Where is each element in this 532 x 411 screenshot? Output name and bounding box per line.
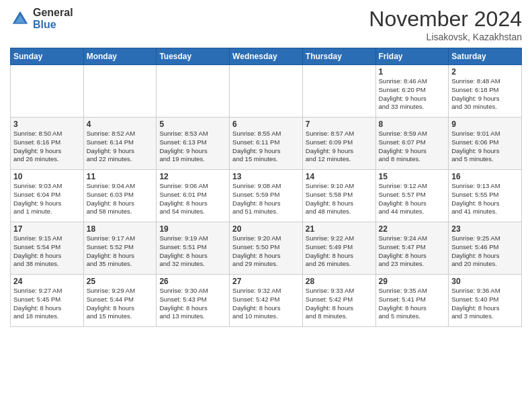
- day-info: Sunrise: 8:52 AM Sunset: 6:14 PM Dayligh…: [87, 130, 154, 164]
- day-info: Sunrise: 9:12 AM Sunset: 5:57 PM Dayligh…: [379, 182, 446, 216]
- calendar-cell: 11Sunrise: 9:04 AM Sunset: 6:03 PM Dayli…: [83, 170, 157, 222]
- calendar-week-row: 10Sunrise: 9:03 AM Sunset: 6:04 PM Dayli…: [11, 170, 522, 222]
- calendar-cell: 20Sunrise: 9:20 AM Sunset: 5:50 PM Dayli…: [230, 222, 303, 275]
- day-number: 18: [87, 224, 154, 234]
- calendar-cell: 25Sunrise: 9:29 AM Sunset: 5:44 PM Dayli…: [83, 275, 157, 327]
- day-info: Sunrise: 9:35 AM Sunset: 5:41 PM Dayligh…: [379, 287, 446, 321]
- weekday-header: Saturday: [449, 48, 522, 65]
- calendar-cell: 17Sunrise: 9:15 AM Sunset: 5:54 PM Dayli…: [11, 222, 84, 275]
- calendar-week-row: 3Sunrise: 8:50 AM Sunset: 6:16 PM Daylig…: [11, 118, 522, 170]
- calendar-cell: 5Sunrise: 8:53 AM Sunset: 6:13 PM Daylig…: [157, 118, 230, 170]
- weekday-header: Tuesday: [157, 48, 230, 65]
- logo-general-text: General: [33, 7, 73, 19]
- calendar-cell: 18Sunrise: 9:17 AM Sunset: 5:52 PM Dayli…: [83, 222, 157, 275]
- day-info: Sunrise: 9:30 AM Sunset: 5:43 PM Dayligh…: [159, 287, 226, 321]
- day-number: 28: [306, 277, 373, 286]
- day-info: Sunrise: 9:33 AM Sunset: 5:42 PM Dayligh…: [306, 287, 373, 321]
- title-section: November 2024 Lisakovsk, Kazakhstan: [369, 7, 522, 42]
- weekday-header: Sunday: [11, 48, 84, 65]
- day-info: Sunrise: 9:22 AM Sunset: 5:49 PM Dayligh…: [306, 234, 373, 269]
- day-info: Sunrise: 9:17 AM Sunset: 5:52 PM Dayligh…: [87, 234, 154, 269]
- calendar-cell: 6Sunrise: 8:55 AM Sunset: 6:11 PM Daylig…: [230, 118, 303, 170]
- day-info: Sunrise: 9:13 AM Sunset: 5:55 PM Dayligh…: [451, 182, 519, 216]
- day-number: 8: [379, 120, 446, 129]
- day-number: 5: [159, 120, 226, 129]
- calendar-cell: 27Sunrise: 9:32 AM Sunset: 5:42 PM Dayli…: [230, 275, 303, 327]
- calendar-cell: 14Sunrise: 9:10 AM Sunset: 5:58 PM Dayli…: [302, 170, 375, 222]
- day-info: Sunrise: 9:10 AM Sunset: 5:58 PM Dayligh…: [306, 182, 373, 216]
- weekday-header: Thursday: [302, 48, 375, 65]
- day-number: 15: [379, 172, 446, 181]
- calendar-cell: 2Sunrise: 8:48 AM Sunset: 6:18 PM Daylig…: [449, 65, 522, 118]
- calendar-cell: 16Sunrise: 9:13 AM Sunset: 5:55 PM Dayli…: [449, 170, 522, 222]
- day-number: 12: [159, 172, 226, 181]
- day-info: Sunrise: 9:01 AM Sunset: 6:06 PM Dayligh…: [451, 130, 519, 164]
- calendar-cell: 10Sunrise: 9:03 AM Sunset: 6:04 PM Dayli…: [11, 170, 84, 222]
- day-info: Sunrise: 8:55 AM Sunset: 6:11 PM Dayligh…: [232, 130, 300, 164]
- calendar-cell: 26Sunrise: 9:30 AM Sunset: 5:43 PM Dayli…: [157, 275, 230, 327]
- day-number: 22: [379, 224, 446, 234]
- day-info: Sunrise: 9:20 AM Sunset: 5:50 PM Dayligh…: [232, 234, 300, 269]
- day-number: 27: [232, 277, 300, 286]
- weekday-header: Monday: [83, 48, 157, 65]
- day-info: Sunrise: 9:15 AM Sunset: 5:54 PM Dayligh…: [13, 234, 81, 269]
- header: General Blue November 2024 Lisakovsk, Ka…: [10, 7, 522, 42]
- calendar-cell: 9Sunrise: 9:01 AM Sunset: 6:06 PM Daylig…: [449, 118, 522, 170]
- day-number: 16: [451, 172, 519, 181]
- calendar-cell: 19Sunrise: 9:19 AM Sunset: 5:51 PM Dayli…: [157, 222, 230, 275]
- day-number: 29: [379, 277, 446, 286]
- day-number: 3: [13, 120, 81, 129]
- day-info: Sunrise: 9:24 AM Sunset: 5:47 PM Dayligh…: [379, 234, 446, 269]
- day-number: 6: [232, 120, 300, 129]
- day-info: Sunrise: 9:27 AM Sunset: 5:45 PM Dayligh…: [13, 287, 81, 321]
- day-info: Sunrise: 9:36 AM Sunset: 5:40 PM Dayligh…: [451, 287, 519, 321]
- calendar-cell: 21Sunrise: 9:22 AM Sunset: 5:49 PM Dayli…: [302, 222, 375, 275]
- day-info: Sunrise: 9:32 AM Sunset: 5:42 PM Dayligh…: [232, 287, 300, 321]
- calendar-cell: 22Sunrise: 9:24 AM Sunset: 5:47 PM Dayli…: [375, 222, 449, 275]
- day-number: 19: [159, 224, 226, 234]
- day-number: 13: [232, 172, 300, 181]
- calendar-week-row: 17Sunrise: 9:15 AM Sunset: 5:54 PM Dayli…: [11, 222, 522, 275]
- calendar-week-row: 1Sunrise: 8:46 AM Sunset: 6:20 PM Daylig…: [11, 65, 522, 118]
- calendar-cell: 1Sunrise: 8:46 AM Sunset: 6:20 PM Daylig…: [375, 65, 449, 118]
- day-info: Sunrise: 8:50 AM Sunset: 6:16 PM Dayligh…: [13, 130, 81, 164]
- weekday-header: Friday: [375, 48, 449, 65]
- day-info: Sunrise: 8:48 AM Sunset: 6:18 PM Dayligh…: [451, 77, 519, 111]
- day-number: 7: [306, 120, 373, 129]
- day-number: 1: [379, 67, 446, 77]
- logo: General Blue: [10, 7, 73, 30]
- day-info: Sunrise: 9:06 AM Sunset: 6:01 PM Dayligh…: [159, 182, 226, 216]
- day-info: Sunrise: 8:59 AM Sunset: 6:07 PM Dayligh…: [379, 130, 446, 164]
- day-info: Sunrise: 8:46 AM Sunset: 6:20 PM Dayligh…: [379, 77, 446, 111]
- day-info: Sunrise: 8:57 AM Sunset: 6:09 PM Dayligh…: [306, 130, 373, 164]
- day-number: 2: [451, 67, 519, 77]
- weekday-header-row: SundayMondayTuesdayWednesdayThursdayFrid…: [11, 48, 522, 65]
- weekday-header: Wednesday: [230, 48, 303, 65]
- calendar-cell: 8Sunrise: 8:59 AM Sunset: 6:07 PM Daylig…: [375, 118, 449, 170]
- month-title: November 2024: [369, 7, 522, 32]
- calendar: SundayMondayTuesdayWednesdayThursdayFrid…: [10, 48, 522, 327]
- calendar-cell: 15Sunrise: 9:12 AM Sunset: 5:57 PM Dayli…: [375, 170, 449, 222]
- day-number: 23: [451, 224, 519, 234]
- day-info: Sunrise: 9:19 AM Sunset: 5:51 PM Dayligh…: [159, 234, 226, 269]
- day-number: 24: [13, 277, 81, 286]
- day-number: 21: [306, 224, 373, 234]
- day-number: 17: [13, 224, 81, 234]
- day-number: 9: [451, 120, 519, 129]
- day-number: 20: [232, 224, 300, 234]
- calendar-cell: 23Sunrise: 9:25 AM Sunset: 5:46 PM Dayli…: [449, 222, 522, 275]
- logo-icon: [10, 9, 30, 29]
- calendar-cell: 4Sunrise: 8:52 AM Sunset: 6:14 PM Daylig…: [83, 118, 157, 170]
- calendar-cell: 3Sunrise: 8:50 AM Sunset: 6:16 PM Daylig…: [11, 118, 84, 170]
- day-number: 25: [87, 277, 154, 286]
- day-number: 26: [159, 277, 226, 286]
- calendar-cell: [302, 65, 375, 118]
- day-info: Sunrise: 9:03 AM Sunset: 6:04 PM Dayligh…: [13, 182, 81, 216]
- logo-blue-text: Blue: [33, 19, 73, 31]
- day-number: 14: [306, 172, 373, 181]
- location: Lisakovsk, Kazakhstan: [369, 32, 522, 42]
- calendar-week-row: 24Sunrise: 9:27 AM Sunset: 5:45 PM Dayli…: [11, 275, 522, 327]
- day-info: Sunrise: 9:04 AM Sunset: 6:03 PM Dayligh…: [87, 182, 154, 216]
- main-container: General Blue November 2024 Lisakovsk, Ka…: [0, 0, 532, 330]
- day-number: 30: [451, 277, 519, 286]
